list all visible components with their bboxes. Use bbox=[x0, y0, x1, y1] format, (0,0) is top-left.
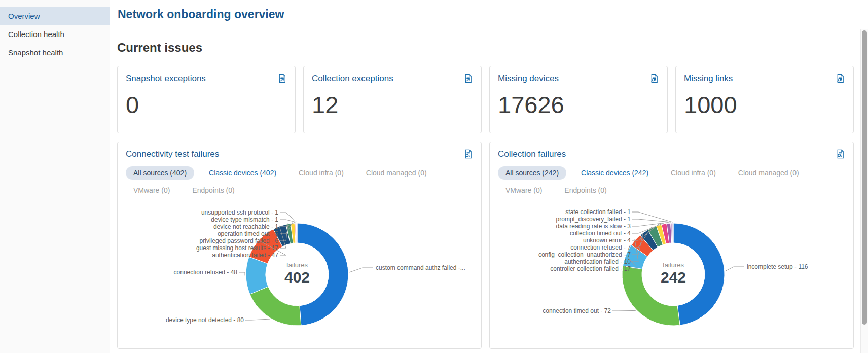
stat-card-row: Snapshot exceptions 0 Collection excepti… bbox=[117, 66, 854, 133]
segment-label: unsupported ssh protocol - 1 bbox=[201, 209, 278, 216]
stat-card-missing-devices: Missing devices 17626 bbox=[489, 66, 668, 133]
page-header: Network onboarding overview bbox=[110, 0, 868, 29]
sidebar-item-overview[interactable]: Overview bbox=[0, 7, 110, 25]
label-leader-line bbox=[280, 213, 297, 222]
segment-label: incomplete setup - 116 bbox=[747, 263, 808, 270]
source-tabs-row2: VMware (0) Endpoints (0) bbox=[498, 184, 845, 197]
stat-card-missing-links: Missing links 1000 bbox=[675, 66, 854, 133]
tab-vmware[interactable]: VMware (0) bbox=[498, 184, 550, 197]
connectivity-failures-donut-chart: unsupported ssh protocol - 1device type … bbox=[126, 199, 473, 351]
segment-label: data reading rate is slow - 3 bbox=[556, 223, 631, 230]
donut-center-label: failures bbox=[663, 261, 684, 269]
segment-label: unknown error - 4 bbox=[583, 237, 631, 244]
label-leader-line bbox=[632, 219, 671, 222]
card-title: Missing devices bbox=[498, 74, 559, 84]
segment-label: device type not detected - 80 bbox=[166, 316, 244, 324]
stat-card-collection-exceptions: Collection exceptions 12 bbox=[303, 66, 482, 133]
segment-label: connection timed out - 72 bbox=[542, 307, 611, 314]
chart-card-row: Connectivity test failures All sources (… bbox=[117, 142, 854, 349]
app-window: Overview Collection health Snapshot heal… bbox=[0, 0, 868, 353]
label-leader-line bbox=[349, 268, 373, 272]
segment-label: device not reachable - 1 bbox=[213, 223, 278, 230]
chart-area: state collection failed - 1prompt_discov… bbox=[498, 199, 845, 353]
card-title: Snapshot exceptions bbox=[126, 74, 206, 84]
segment-label: custom command authz failed -... bbox=[376, 264, 465, 271]
connectivity-test-failures-card: Connectivity test failures All sources (… bbox=[117, 142, 482, 349]
segment-label: connection refused - 48 bbox=[174, 269, 238, 276]
source-tabs: All sources (242) Classic devices (242) … bbox=[498, 166, 845, 180]
report-icon[interactable] bbox=[649, 74, 659, 83]
page-title: Network onboarding overview bbox=[118, 8, 284, 21]
tab-cloud-infra[interactable]: Cloud infra (0) bbox=[663, 166, 724, 180]
segment-label: config_collection_unauthorized - 7 bbox=[538, 251, 631, 258]
collection-failures-card: Collection failures All sources (242) Cl… bbox=[489, 142, 854, 349]
card-title: Collection exceptions bbox=[312, 74, 393, 84]
segment-label: device type mismatch - 1 bbox=[211, 216, 278, 223]
report-icon[interactable] bbox=[277, 74, 287, 83]
donut-segment[interactable] bbox=[296, 223, 297, 243]
source-tabs: All sources (402) Classic devices (402) … bbox=[126, 166, 473, 180]
donut-center-label: failures bbox=[286, 261, 308, 269]
stat-value: 0 bbox=[126, 91, 287, 119]
collection-failures-donut-chart: state collection failed - 1prompt_discov… bbox=[498, 199, 845, 351]
stat-value: 17626 bbox=[498, 91, 659, 119]
segment-label: prompt_discovery_failed - 1 bbox=[556, 216, 631, 223]
tab-all-sources[interactable]: All sources (402) bbox=[126, 166, 194, 180]
segment-label: state collection failed - 1 bbox=[565, 208, 631, 216]
label-leader-line bbox=[726, 267, 744, 271]
segment-label: collection timed out - 4 bbox=[570, 230, 631, 237]
segment-label: authentication failed - 47 bbox=[212, 252, 278, 259]
tab-endpoints[interactable]: Endpoints (0) bbox=[185, 184, 242, 197]
stat-card-snapshot-exceptions: Snapshot exceptions 0 bbox=[117, 66, 296, 133]
tab-cloud-infra[interactable]: Cloud infra (0) bbox=[291, 166, 351, 180]
sidebar: Overview Collection health Snapshot heal… bbox=[0, 0, 110, 353]
card-title: Connectivity test failures bbox=[126, 149, 219, 159]
stat-value: 12 bbox=[312, 91, 473, 119]
report-icon[interactable] bbox=[463, 74, 473, 83]
card-title: Missing links bbox=[684, 74, 733, 84]
tab-classic-devices[interactable]: Classic devices (402) bbox=[201, 166, 284, 180]
content: Current issues Snapshot exceptions 0 Col… bbox=[110, 29, 868, 349]
donut-center-total: 402 bbox=[284, 269, 310, 286]
label-leader-line bbox=[245, 319, 270, 320]
segment-label: operation timed out - 5 bbox=[218, 230, 278, 237]
report-icon[interactable] bbox=[836, 74, 845, 83]
segment-label: connection refused - 7 bbox=[570, 244, 631, 251]
tab-endpoints[interactable]: Endpoints (0) bbox=[557, 184, 614, 197]
label-leader-line bbox=[612, 310, 636, 311]
tab-cloud-managed[interactable]: Cloud managed (0) bbox=[358, 166, 435, 180]
tab-cloud-managed[interactable]: Cloud managed (0) bbox=[731, 166, 807, 180]
tab-all-sources[interactable]: All sources (242) bbox=[498, 166, 566, 180]
sidebar-item-collection-health[interactable]: Collection health bbox=[0, 25, 110, 44]
label-leader-line bbox=[280, 220, 296, 222]
tab-classic-devices[interactable]: Classic devices (242) bbox=[573, 166, 656, 180]
main-area: Network onboarding overview Current issu… bbox=[110, 0, 868, 353]
stat-value: 1000 bbox=[684, 91, 845, 119]
segment-label: privileged password failed - 6 bbox=[200, 237, 279, 244]
section-title: Current issues bbox=[117, 41, 854, 55]
tab-vmware[interactable]: VMware (0) bbox=[126, 184, 177, 197]
segment-label: guest missing host results - 17 bbox=[196, 244, 278, 252]
scrollbar-thumb[interactable] bbox=[862, 30, 867, 325]
report-icon[interactable] bbox=[463, 149, 473, 159]
donut-segment[interactable] bbox=[672, 223, 673, 243]
vertical-scrollbar bbox=[860, 29, 868, 353]
source-tabs-row2: VMware (0) Endpoints (0) bbox=[126, 184, 473, 197]
chart-area: unsupported ssh protocol - 1device type … bbox=[126, 199, 473, 353]
card-title: Collection failures bbox=[498, 149, 566, 159]
label-leader-line bbox=[239, 272, 245, 275]
segment-label: authentication failed - 10 bbox=[564, 258, 631, 265]
report-icon[interactable] bbox=[836, 149, 845, 159]
segment-label: controller collection failed - 17 bbox=[550, 265, 631, 272]
donut-center-total: 242 bbox=[661, 269, 686, 286]
sidebar-item-snapshot-health[interactable]: Snapshot health bbox=[0, 44, 110, 62]
